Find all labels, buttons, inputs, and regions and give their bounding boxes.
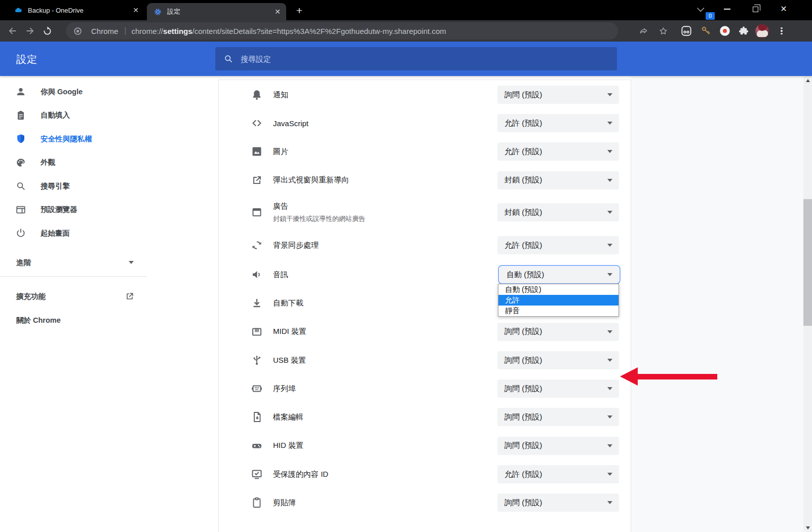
select-value: 允許 (預設)	[505, 470, 607, 479]
permission-label: 序列埠	[273, 384, 497, 394]
ads-select[interactable]: 封鎖 (預設)	[497, 203, 619, 221]
image-icon	[251, 145, 263, 158]
permission-sublabel: 封鎖干擾性或誤導性的網站廣告	[273, 214, 497, 223]
permission-row-sync: 背景同步處理允許 (預設)	[219, 230, 631, 260]
permission-label: 背景同步處理	[273, 241, 497, 250]
forward-icon[interactable]	[21, 22, 38, 40]
select-value: 詢問 (預設)	[505, 441, 607, 450]
sidebar-item-label: 你與 Google	[41, 87, 147, 97]
serial-port-select[interactable]: 詢問 (預設)	[497, 379, 619, 398]
image-select[interactable]: 允許 (預設)	[497, 142, 619, 161]
hid-select[interactable]: 詢問 (預設)	[497, 437, 619, 455]
url-bar[interactable]: Chrome | chrome://settings/content/siteD…	[66, 22, 618, 40]
protected-content-select[interactable]: 允許 (預設)	[497, 465, 619, 483]
permission-row-clipboard: 剪貼簿詢問 (預設)	[219, 488, 631, 517]
sidebar-item-person[interactable]: 你與 Google	[0, 80, 147, 103]
popup-select[interactable]: 封鎖 (預設)	[497, 171, 619, 189]
sidebar-item-power[interactable]: 起始畫面	[0, 221, 147, 245]
dropdown-option[interactable]: 允許	[498, 295, 618, 306]
permission-row-file-edit: 檔案編輯詢問 (預設)	[219, 403, 631, 431]
scrollbar-thumb[interactable]	[803, 199, 812, 326]
page-background	[631, 76, 803, 532]
permission-row-ads: 廣告封鎖干擾性或誤導性的網站廣告封鎖 (預設)	[219, 195, 631, 230]
dropdown-option[interactable]: 自動 (預設)	[498, 284, 618, 295]
extensions-puzzle-icon[interactable]	[735, 22, 752, 40]
select-value: 詢問 (預設)	[505, 356, 607, 365]
tab-backup-onedrive[interactable]: Backup - OneDrive ✕	[8, 0, 144, 20]
sidebar-item-label: 外觀	[41, 158, 147, 167]
sync-icon	[251, 239, 263, 251]
sidebar-item-label: 預設瀏覽器	[41, 205, 147, 214]
select-value: 允許 (預設)	[505, 147, 607, 157]
usb-icon	[251, 354, 263, 366]
permission-label: 剪貼簿	[273, 498, 497, 508]
sidebar-item-extensions[interactable]: 擴充功能	[0, 285, 147, 308]
speaker-select[interactable]: 自動 (預設)	[499, 267, 619, 283]
search-icon	[15, 180, 26, 192]
permission-label: 圖片	[273, 147, 497, 157]
page-title: 設定	[16, 53, 37, 66]
scrollbar-down-icon[interactable]	[803, 523, 812, 532]
select-value: 詢問 (預設)	[505, 384, 607, 394]
profile-avatar[interactable]	[753, 22, 770, 40]
tab-title: 設定	[167, 7, 272, 16]
sidebar-item-security-shield[interactable]: 安全性與隱私權	[0, 127, 147, 150]
permission-row-protected-content: 受保護的內容 ID允許 (預設)	[219, 460, 631, 488]
sidebar-item-label: 起始畫面	[41, 229, 147, 238]
close-tab-icon[interactable]: ✕	[130, 6, 141, 14]
file-edit-select[interactable]: 詢問 (預設)	[497, 408, 619, 426]
back-icon[interactable]	[4, 22, 21, 40]
chevron-down-icon	[607, 211, 612, 214]
window-close-button[interactable]: ✕	[772, 0, 795, 18]
scrollbar-up-icon[interactable]	[803, 76, 812, 85]
tab-settings[interactable]: 設定 ✕	[147, 3, 286, 20]
sidebar-item-label: 安全性與隱私權	[41, 134, 147, 144]
scrollbar[interactable]	[803, 76, 812, 532]
settings-search-input[interactable]	[241, 55, 617, 63]
record-icon[interactable]	[716, 22, 733, 40]
sync-select[interactable]: 允許 (預設)	[497, 236, 619, 254]
sidebar-item-search[interactable]: 搜尋引擎	[0, 174, 147, 198]
bell-icon	[251, 89, 263, 101]
code-select[interactable]: 允許 (預設)	[497, 114, 619, 132]
settings-sidebar: 你與 Google自動填入安全性與隱私權外觀搜尋引擎預設瀏覽器起始畫面 進階 擴…	[0, 76, 218, 532]
dropdown-option[interactable]: 靜音	[498, 306, 618, 316]
minimize-button[interactable]	[715, 0, 739, 18]
restore-button[interactable]	[744, 0, 767, 18]
sidebar-item-browser[interactable]: 預設瀏覽器	[0, 198, 147, 221]
bell-select[interactable]: 詢問 (預設)	[497, 86, 619, 104]
new-tab-button[interactable]: +	[293, 4, 306, 17]
chevron-down-icon	[607, 359, 612, 362]
onedrive-cloud-icon	[14, 6, 23, 15]
settings-page: 通知詢問 (預設)JavaScript允許 (預設)圖片允許 (預設)彈出式視窗…	[0, 76, 812, 532]
permission-row-bell: 通知詢問 (預設)	[219, 81, 631, 109]
download-icon	[251, 297, 263, 309]
permission-label: USB 裝置	[273, 356, 497, 365]
select-value: 封鎖 (預設)	[505, 175, 607, 185]
sidebar-item-palette[interactable]: 外觀	[0, 151, 147, 174]
permission-label: 受保護的內容 ID	[273, 470, 497, 479]
extension-oo-icon[interactable]	[678, 22, 695, 40]
clipboard-select[interactable]: 詢問 (預設)	[497, 493, 619, 512]
chevron-down-icon	[607, 501, 612, 504]
sidebar-item-autofill[interactable]: 自動填入	[0, 104, 147, 127]
sidebar-item-about-chrome[interactable]: 關於 Chrome	[0, 309, 147, 332]
chevron-down-icon	[607, 93, 612, 96]
settings-search-box[interactable]	[215, 47, 617, 70]
hid-icon	[251, 440, 263, 452]
reload-icon[interactable]	[38, 22, 56, 40]
palette-icon	[15, 157, 26, 168]
extension-key-icon[interactable]	[698, 22, 715, 40]
close-tab-icon[interactable]: ✕	[272, 8, 283, 16]
sidebar-item-advanced[interactable]: 進階	[0, 251, 147, 274]
code-icon	[251, 117, 263, 129]
chevron-down-icon	[607, 444, 612, 447]
menu-kebab-icon[interactable]	[773, 22, 790, 40]
permission-row-serial-port: 序列埠詢問 (預設)	[219, 374, 631, 403]
select-value: 詢問 (預設)	[505, 412, 607, 422]
usb-select[interactable]: 詢問 (預設)	[497, 351, 619, 369]
bookmark-star-icon[interactable]	[654, 22, 672, 40]
select-value: 自動 (預設)	[507, 270, 607, 280]
share-icon[interactable]	[635, 22, 652, 40]
midi-select[interactable]: 詢問 (預設)	[497, 323, 619, 341]
